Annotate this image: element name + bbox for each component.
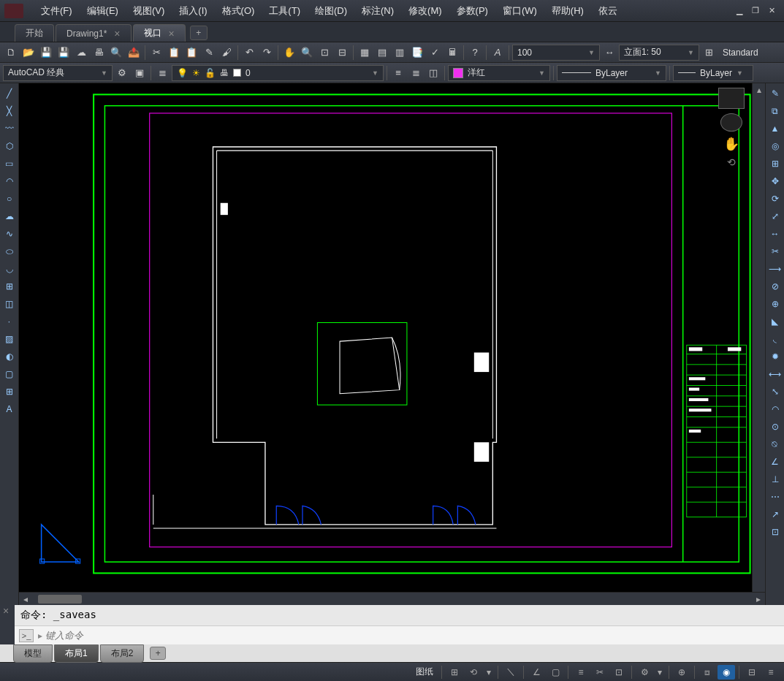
color-selector[interactable]: 洋红▼ xyxy=(448,65,550,81)
revcloud-icon[interactable]: ☁ xyxy=(2,209,17,224)
extend-icon[interactable]: ⟶ xyxy=(768,262,783,276)
menu-window[interactable]: 窗口(W) xyxy=(495,1,544,20)
offset-icon[interactable]: ◎ xyxy=(768,139,783,153)
osnap-toggle[interactable]: ▢ xyxy=(547,665,564,680)
scale-selector[interactable]: 100▼ xyxy=(512,45,600,61)
dim-align-icon[interactable]: ⤡ xyxy=(768,384,783,399)
lineweight-selector[interactable]: ByLayer▼ xyxy=(673,65,753,81)
cut-icon[interactable]: ✂ xyxy=(148,45,164,61)
mtext-icon[interactable]: A xyxy=(2,402,17,416)
command-input[interactable] xyxy=(45,630,780,641)
chamfer-icon[interactable]: ◣ xyxy=(768,314,783,329)
nav-wheel-icon[interactable] xyxy=(720,113,742,132)
close-icon[interactable]: ✕ xyxy=(764,4,780,18)
dim-cont-icon[interactable]: ⋯ xyxy=(768,490,783,504)
linetype-selector[interactable]: ByLayer▼ xyxy=(557,65,666,81)
dim-rad-icon[interactable]: ⊙ xyxy=(768,419,783,434)
hatch-icon[interactable]: ▨ xyxy=(2,332,17,346)
max-toggle[interactable]: ⊕ xyxy=(673,665,690,680)
dim-linear-icon[interactable]: ⟷ xyxy=(768,367,783,381)
table-icon[interactable]: ⊞ xyxy=(701,45,717,61)
undo-icon[interactable]: ↶ xyxy=(241,45,257,61)
help-icon[interactable]: ? xyxy=(467,45,483,61)
cmd-prompt-icon[interactable]: >_ xyxy=(19,629,34,642)
polar-toggle[interactable]: ∠ xyxy=(528,665,545,680)
copy-obj-icon[interactable]: ⧉ xyxy=(768,104,783,118)
zoom-prev-icon[interactable]: ⊟ xyxy=(334,45,350,61)
table-draw-icon[interactable]: ⊞ xyxy=(2,384,17,399)
move-icon[interactable]: ✥ xyxy=(768,174,783,189)
brush-icon[interactable]: 🖌 xyxy=(218,45,235,61)
preview-icon[interactable]: 🔍 xyxy=(108,45,124,61)
layer-prev-icon[interactable]: ≡ xyxy=(390,65,406,81)
line-icon[interactable]: ╱ xyxy=(2,86,17,101)
rectangle-icon[interactable]: ▭ xyxy=(2,156,17,171)
menu-yiyun[interactable]: 依云 xyxy=(591,1,625,20)
textstyle-icon[interactable]: A xyxy=(490,45,506,61)
menu-file[interactable]: 文件(F) xyxy=(34,1,80,20)
scroll-thumb[interactable] xyxy=(38,595,82,604)
stretch-icon[interactable]: ↔ xyxy=(768,227,783,241)
view-selector[interactable]: 立面1: 50▼ xyxy=(619,45,699,61)
zoom-rt-icon[interactable]: 🔍 xyxy=(299,45,315,61)
scale-icon[interactable]: ⤢ xyxy=(768,209,783,224)
file-tab-drawing1[interactable]: Drawing1*× xyxy=(56,24,132,42)
layer-state-icon[interactable]: ≣ xyxy=(408,65,424,81)
gear-dd[interactable]: ▾ xyxy=(655,665,665,680)
tolerance-icon[interactable]: ⊡ xyxy=(768,525,783,539)
file-tab-start[interactable]: 开始 xyxy=(15,24,54,42)
open-icon[interactable]: 📂 xyxy=(20,45,37,61)
vertical-scrollbar[interactable]: ▴ xyxy=(752,83,765,592)
redo-icon[interactable]: ↷ xyxy=(259,45,275,61)
iso-toggle[interactable]: ⧈ xyxy=(699,665,716,680)
mirror-icon[interactable]: ▲ xyxy=(768,121,783,136)
menu-edit[interactable]: 编辑(E) xyxy=(80,1,126,20)
snap-dd[interactable]: ▾ xyxy=(484,665,494,680)
props-icon[interactable]: ▦ xyxy=(357,45,373,61)
markup-icon[interactable]: ✓ xyxy=(427,45,443,61)
dim-ord-icon[interactable]: ⊥ xyxy=(768,472,783,487)
dim-dia-icon[interactable]: ⦰ xyxy=(768,437,783,452)
scroll-right-icon[interactable]: ▸ xyxy=(752,594,765,604)
layer-mgr-icon[interactable]: ≣ xyxy=(154,65,170,81)
insert-icon[interactable]: ⊞ xyxy=(2,279,17,294)
fillet-icon[interactable]: ◟ xyxy=(768,332,783,346)
ortho-toggle[interactable]: ＼ xyxy=(502,665,520,680)
match-icon[interactable]: ✎ xyxy=(201,45,217,61)
leader-icon[interactable]: ↗ xyxy=(768,507,783,522)
pan-icon[interactable]: ✋ xyxy=(281,45,297,61)
pline-icon[interactable]: 〰 xyxy=(2,121,17,136)
drawing-canvas[interactable]: ✋ ⟲ ▴ xyxy=(19,83,765,592)
restore-icon[interactable]: ❐ xyxy=(747,4,764,18)
paste-icon[interactable]: 📋 xyxy=(183,45,199,61)
rotate-icon[interactable]: ⟳ xyxy=(768,191,783,206)
trim-icon[interactable]: ✂ xyxy=(768,244,783,259)
close-tab-icon[interactable]: × xyxy=(169,28,175,39)
join-icon[interactable]: ⊕ xyxy=(768,297,783,311)
pan-hand-icon[interactable]: ✋ xyxy=(723,136,739,152)
ws-gear-icon[interactable]: ⚙ xyxy=(114,65,130,81)
erase-icon[interactable]: ✎ xyxy=(768,86,783,101)
sel-toggle[interactable]: ✂ xyxy=(591,665,609,680)
dim-arc-icon[interactable]: ◠ xyxy=(768,402,783,416)
layer-iso-icon[interactable]: ◫ xyxy=(425,65,441,81)
arc-icon[interactable]: ◠ xyxy=(2,174,17,189)
array-icon[interactable]: ⊞ xyxy=(768,156,783,171)
spline-icon[interactable]: ∿ xyxy=(2,227,17,241)
dc-icon[interactable]: ▤ xyxy=(374,45,390,61)
layout-tab-layout1[interactable]: 布局1 xyxy=(54,644,99,663)
cube-icon[interactable] xyxy=(718,88,745,109)
copy-icon[interactable]: 📋 xyxy=(166,45,182,61)
hw-toggle[interactable]: ◉ xyxy=(718,665,735,680)
paper-label[interactable]: 图纸 xyxy=(411,666,438,678)
dimstyle-icon[interactable]: ↔ xyxy=(601,45,617,61)
layout-tab-model[interactable]: 模型 xyxy=(13,644,53,663)
point-icon[interactable]: · xyxy=(2,314,17,329)
scroll-left-icon[interactable]: ◂ xyxy=(19,594,32,604)
print-icon[interactable]: 🖶 xyxy=(91,45,107,61)
menu-insert[interactable]: 插入(I) xyxy=(172,1,214,20)
calc-icon[interactable]: 🖩 xyxy=(444,45,460,61)
menu-dim[interactable]: 标注(N) xyxy=(354,1,401,20)
circle-icon[interactable]: ○ xyxy=(2,191,17,206)
clean-toggle[interactable]: ⊟ xyxy=(743,665,761,680)
